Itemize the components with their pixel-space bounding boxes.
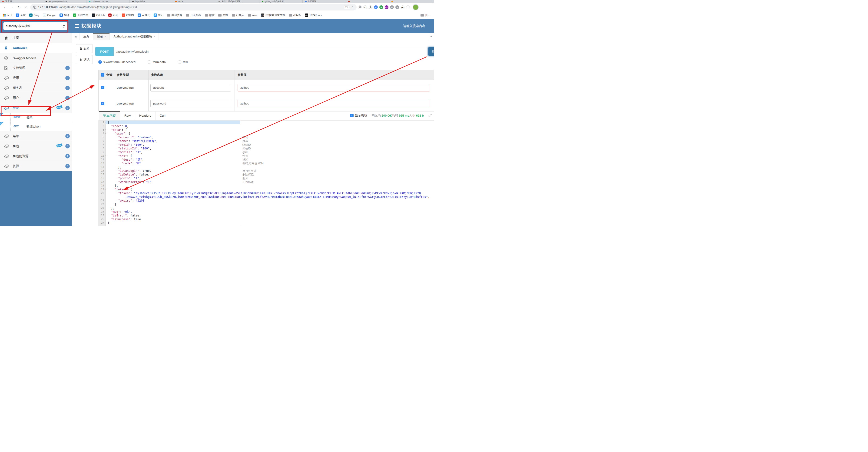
show-description-checkbox[interactable]: ✓ (350, 114, 353, 117)
json-extension-icon[interactable]: {..} (363, 5, 367, 9)
forward-icon[interactable]: → (9, 5, 15, 9)
home-icon[interactable]: ⌂ (23, 5, 29, 9)
show-description-toggle[interactable]: ✓ 显示说明 (350, 113, 367, 117)
address-bar[interactable]: 127.0.0.1:8760/api/gate/doc.html#/author… (30, 4, 356, 10)
o-extension-icon[interactable]: O (390, 5, 394, 9)
sidebar-item-login-post[interactable]: NEWPOST登录 (0, 113, 72, 122)
bookmark-item[interactable]: mac (248, 14, 257, 17)
tab-document[interactable]: 文档 (76, 44, 93, 53)
sidebar-item-swagger-models[interactable]: Swagger Models (0, 53, 72, 63)
profile-avatar[interactable] (413, 4, 418, 10)
tab-login[interactable]: 登录× (93, 33, 110, 40)
bookmark-item[interactable]: 笔笔记 (154, 13, 163, 17)
bookmark-item[interactable]: CCSDN (122, 13, 134, 17)
radio-form-data[interactable] (148, 60, 151, 64)
sidebar-item-verify-token-get[interactable]: NEWGET验证token (0, 122, 72, 131)
tab-raw[interactable]: Raw (120, 111, 135, 120)
browser-tab[interactable]: gitlab_push交接文档… (259, 0, 303, 3)
row-checkbox[interactable]: ✓ (101, 102, 104, 105)
bookmark-item[interactable]: 百百度 (16, 13, 26, 17)
sidebar-item-service-table[interactable]: API服务表6 (0, 83, 72, 93)
param-name-input[interactable]: password (150, 100, 231, 107)
sidebar-item-role[interactable]: API角色NEW8 (0, 141, 72, 151)
sidebar-item-login[interactable]: API登录NEW2 (0, 103, 72, 113)
browser-tab[interactable]: Node… (173, 0, 216, 3)
row-checkbox[interactable]: ✓ (101, 86, 104, 89)
page-info-icon[interactable] (33, 6, 36, 9)
select-all-checkbox[interactable]: ✓ (101, 73, 104, 77)
browser-tab[interactable]: 知识星球… (303, 0, 346, 3)
send-button[interactable]: 发 (428, 47, 434, 56)
tab-response-content[interactable]: 响应内容 (99, 111, 120, 120)
bookmark-item[interactable]: GGitHub (92, 13, 104, 17)
radio-raw[interactable] (178, 60, 181, 64)
sidebar-item-menu[interactable]: API菜单7 (0, 131, 72, 141)
param-value-input[interactable]: zuihou (238, 100, 430, 107)
module-select[interactable]: authority-权限模块 (3, 22, 67, 30)
sidebar-item-authorize[interactable]: Authorize (0, 43, 72, 53)
bookmark-item[interactable]: G码云 (108, 13, 118, 17)
gitzip-extension-icon[interactable]: GZ (401, 5, 404, 9)
tab-debug[interactable]: 调试 (76, 55, 93, 64)
browser-tab[interactable]: … (389, 0, 432, 3)
sidebar-item-doc-manage[interactable]: 文档管理3 (0, 63, 72, 73)
tab-home[interactable]: 主页 (80, 33, 93, 40)
sidebar-item-user[interactable]: API用户9 (0, 93, 72, 103)
web-extension-icon[interactable]: W (379, 5, 383, 9)
translate-extension-icon[interactable]: 译 (369, 5, 372, 9)
bookmark-item[interactable]: 云百度云 (137, 13, 150, 17)
bookmark-item[interactable]: C开源中国 (73, 13, 88, 17)
bookmark-item[interactable]: 微信 (205, 13, 215, 17)
param-value-input[interactable]: zuihou (238, 84, 430, 91)
sidebar-item-application[interactable]: API应用5 (0, 73, 72, 83)
m-extension-icon[interactable]: M (395, 5, 399, 9)
browser-tab[interactable]: 将设计模式参考其现… (216, 0, 259, 3)
tabs-scroll-left[interactable]: « (72, 33, 80, 40)
fold-arrow-icon[interactable]: ▾ (105, 128, 107, 132)
tab-curl[interactable]: Curl (156, 111, 170, 120)
rp-extension-icon[interactable]: RP (385, 5, 389, 9)
bookmark-item[interactable]: 应用 (3, 13, 12, 17)
browser-tab[interactable]: https://cha… (130, 0, 173, 3)
browser-tab[interactable]: … (346, 0, 389, 3)
asterisk-extension-icon[interactable]: * (406, 5, 410, 9)
fold-arrow-icon[interactable]: ▾ (105, 188, 107, 191)
close-icon[interactable]: × (153, 35, 155, 38)
sidebar-item-home[interactable]: 主页 (0, 33, 72, 43)
sidebar-item-resource[interactable]: API资源6 (0, 161, 72, 171)
close-icon[interactable]: × (104, 35, 106, 38)
bookmark-item[interactable]: 学习资料 (167, 13, 182, 17)
bookmark-item[interactable]: bBing (29, 13, 39, 17)
bookmark-item[interactable]: 10241024Tools (305, 13, 321, 17)
bookmark-item[interactable]: 已导入 (232, 13, 244, 17)
fold-arrow-icon[interactable]: ▾ (105, 132, 107, 136)
request-url-input[interactable]: /api/authority/anno/login (114, 47, 428, 56)
tab-authorize-module[interactable]: Authorize-authority-权限模块× (110, 33, 159, 40)
back-icon[interactable]: ← (2, 5, 8, 9)
bookmark-item[interactable]: ESES搜索引擎文档 (261, 13, 285, 17)
reload-icon[interactable]: ↻ (16, 5, 22, 9)
fold-arrow-icon[interactable]: ▾ (105, 154, 107, 158)
browser-tab[interactable]: 百度 站… (0, 0, 43, 3)
bookmark-item[interactable]: 译翻译 (60, 13, 69, 17)
bookmark-item[interactable]: 小目标 (289, 13, 302, 17)
browser-tab[interactable]: temporary-interface… (43, 0, 87, 3)
bookmark-item[interactable]: 什么都有 (186, 13, 201, 17)
menu-icon[interactable] (75, 24, 79, 28)
expand-icon[interactable] (428, 114, 432, 117)
header-search-input[interactable]: 请输入搜索内容 (403, 24, 425, 28)
browser-tab[interactable]: LDAP—Compose… (87, 0, 130, 3)
chrome-extension-icon[interactable]: C (374, 5, 378, 9)
tabs-scroll-right[interactable]: » (428, 33, 434, 40)
bookmark-item[interactable]: 其… (421, 13, 430, 17)
reader-extension-icon[interactable]: 回 (358, 5, 362, 9)
fold-arrow-icon[interactable]: ▾ (105, 120, 107, 124)
radio-x-www-form-urlencoded[interactable] (98, 60, 102, 64)
bookmark-star-icon[interactable]: ☆ (351, 5, 354, 9)
bookmark-item[interactable]: 公司 (218, 13, 228, 17)
tab-headers[interactable]: Headers (135, 111, 156, 120)
param-name-input[interactable]: account (150, 84, 231, 91)
sidebar-item-role-resource[interactable]: API角色的资源1 (0, 151, 72, 161)
translate-icon[interactable]: 文A (344, 6, 349, 9)
bookmark-item[interactable]: GGoogle (43, 13, 56, 17)
